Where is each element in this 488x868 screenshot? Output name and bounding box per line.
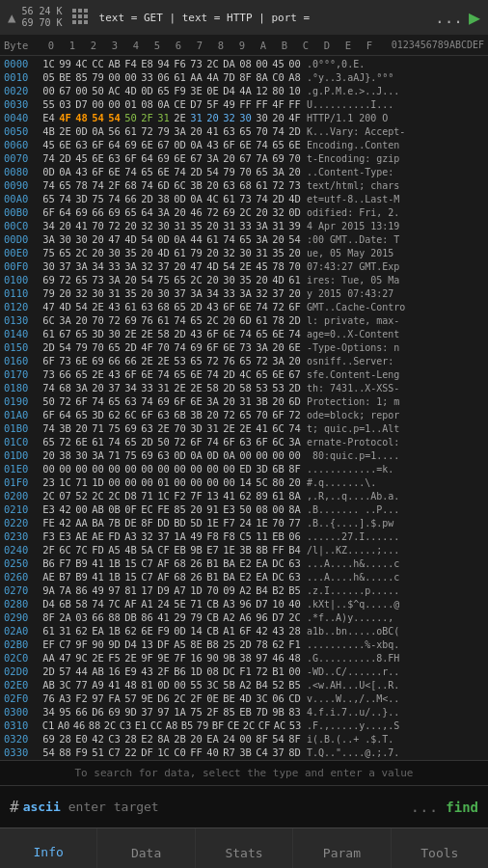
table-row[interactable]: 02A0613162EA1B626EF90D14CBA16F424328a1b.… [0,624,488,637]
table-row[interactable]: 02709A7A8649978117D9A71D7009A2B4B2B5.z.I… [0,583,488,597]
table-row[interactable]: 00504B2E0D0A566172793A2041636570742DK...… [0,124,488,138]
table-row[interactable]: 0210E34200AB0B0FECFE852091E35008008A.B..… [0,502,488,516]
table-row[interactable]: 02D02D5744AB16E9432FB61D08DCF172B100-WD.… [0,665,488,678]
search-input[interactable] [68,800,411,814]
hex-byte: 20 [139,247,155,258]
hex-byte: 79 [41,287,57,299]
table-row[interactable]: 0120474D542E43616368652D436F6E74726FGMT.… [0,300,488,313]
hex-byte: 2C [188,274,204,285]
table-row[interactable]: 01107920323031352030373A34333A323720y 20… [0,286,488,300]
hex-byte: 67 [57,328,73,339]
hex-byte: 20 [188,125,204,137]
hex-byte: 2E [172,382,188,393]
table-row[interactable]: 01B0743B20717569632E703D312E2E416C74t; q… [0,421,488,435]
play-button[interactable]: ▶ [469,6,480,29]
table-row[interactable]: 0060456E636F64696E670D0A436F6E74656EEnco… [0,138,488,151]
table-row[interactable]: 02908F2A036688DB86412979CBA2A696D72C.*f.… [0,610,488,624]
table-row[interactable]: 0100697265733A205475652C203035204D61ires… [0,273,488,286]
hex-byte: 20 [221,314,237,326]
table-row[interactable]: 00D03A303020474D540D0A446174653A2054:00 … [0,232,488,246]
table-row[interactable]: 0070742D456E636F64696E673A20677A6970t-En… [0,151,488,165]
hex-byte: 35 [270,247,286,258]
table-row[interactable]: 00001C994CCCABF4E894F6732CDA08004500.0⁰⁰… [0,57,488,70]
table-row[interactable]: 00C0342041707220323031352031333A31394 Ap… [0,219,488,232]
hex-byte: 00 [237,449,254,461]
hex-byte: 3D [188,422,204,434]
table-row[interactable]: 00800D0A436F6E74656E742D547970653A20..Co… [0,165,488,178]
table-row[interactable]: 001005BE85790000330661AA4A7D8F8AC0A8.⁰y.… [0,70,488,84]
hex-byte: 63 [286,571,303,583]
table-row[interactable]: 0040E44F485454502F312E3120323030204FHTTP… [0,111,488,124]
table-row[interactable]: 01A06F64653D626C6F636B3B207265706F72ode=… [0,408,488,421]
table-row[interactable]: 0310C1A046882CC3E1CCA8B579BFCE2CCFAC53.F… [0,719,488,732]
hex-byte: 81 [139,679,155,691]
table-row[interactable]: 02002C07522C2CD8711CF27F13416289618A,.R,… [0,489,488,502]
table-row[interactable]: 00E075652C203035204D6179203230313520ue, … [0,246,488,259]
row-bytes: F3E3AEAEFDA332371A49F8F8C511EB06 [41,530,303,542]
table-row[interactable]: 02F076A3F297FA579ED62C2F0EBE4D3C06CDv...… [0,692,488,705]
table-row[interactable]: 00A065743D7574662D380D0A4C6173742D4Det=u… [0,192,488,205]
table-row[interactable]: 018074683A20373433312E2E582D5853532Dth: … [0,381,488,394]
table-row[interactable]: 01E0000000000000000000000000ED3D6B8F....… [0,462,488,475]
more-button[interactable]: ... [435,9,463,27]
row-bytes: 6C3A20707269766174652C206D61782D [41,314,303,326]
table-row[interactable]: 02E0AB3C77A94148810D00553C5BA2B452B5.<w.… [0,678,488,692]
table-row[interactable]: 00F030373A34333A323720474D542E45787007:4… [0,259,488,273]
table-row[interactable]: 03305488F951C722DF1CC0FF40R73BC4378DT.Q.… [0,746,488,759]
table-row[interactable]: 0230F3E3AEAEFDA332371A49F8F8C511EB06....… [0,529,488,543]
table-row[interactable]: 03206928E042C328E28A2B20EA24008F548Fi(.B… [0,732,488,746]
hex-byte: 0D [41,166,57,177]
table-row[interactable]: 01D02038303A717569630D0A0D0A00000000 80:… [0,448,488,462]
table-row[interactable]: 0280D46B58747CAFA1245E71CBA396D71040.kXt… [0,597,488,610]
hex-byte: 6F [122,368,139,380]
grid-icon[interactable] [72,9,90,26]
table-row[interactable]: 02C0AA479C2EF52E9F9E7F16909B38974648.G..… [0,651,488,665]
hex-byte: 35 [122,247,139,258]
hex-byte: 68 [122,179,139,191]
table-row[interactable]: 00B06F6469666965643A204672692C20320Dodif… [0,205,488,219]
table-row[interactable]: 01606F736E6966662E2E5365727665723A20osni… [0,354,488,367]
hex-byte: 65 [41,193,57,204]
table-row[interactable]: 00305503D7000001080ACED75F49FFFF4FFFU...… [0,97,488,111]
hex-byte: 37 [270,746,286,758]
table-row[interactable]: 019050726F74656374696F6E3A20313B206DProt… [0,394,488,408]
hex-byte: 1C [57,476,73,488]
nav-item-data[interactable]: Data [97,828,195,868]
hex-byte: 3D [90,328,106,339]
row-address: 0070 [4,152,41,164]
table-row[interactable]: 01306C3A20707269766174652C206D61782Dl: p… [0,313,488,327]
table-row[interactable]: 01406167653D302E2E582D436F6E74656E74age=… [0,327,488,340]
nav-item-stats[interactable]: Stats [196,828,293,868]
table-row[interactable]: 01707366652E436F6E74656E742D4C656E67sfe.… [0,367,488,381]
table-row[interactable]: 01C065726E6174652D50726F746F636F6C3Aerna… [0,435,488,448]
nav-item-param[interactable]: Param [293,828,391,868]
hex-byte: 63 [221,179,237,191]
hex-byte: 12 [254,85,270,96]
table-row[interactable]: 01F0231C711D0000000100000000145C8020#.q.… [0,475,488,489]
table-row[interactable]: 01502D547970652D4F7074696F6E733A206E-Typ… [0,340,488,354]
table-row[interactable]: 02B0EFC79F909DD413DFA58EB8252D7862F1....… [0,637,488,651]
hex-byte: 6E [188,368,204,380]
nav-item-tools[interactable]: Tools [392,828,488,868]
hex-byte: D7 [188,98,204,110]
hex-byte: 32 [270,206,286,218]
table-row[interactable]: 0250B6F7B9411B15C7AF6826B1BAE2EADC63...A… [0,556,488,570]
table-row[interactable]: 0300349566D6699D37971A752F85EB7D9B834.f.… [0,705,488,719]
more-options-icon[interactable]: ... [410,798,438,816]
hex-byte: 6E [57,139,73,150]
hex-col-header: 2 [83,40,104,51]
table-row[interactable]: 02402F6C7CFDA54B5ACFEB9BE71E3B8BFFB4/l|.… [0,543,488,556]
table-row[interactable]: 0260AEB7B9411B15C7AF6826B1BAE2EADC63...A… [0,570,488,583]
hex-byte: 2C [204,58,221,69]
hex-byte: 65 [106,341,122,353]
hex-byte: 1D [188,665,204,677]
find-button[interactable]: find [446,800,478,815]
table-row[interactable]: 0090746578742F68746D6C3B206368617273text… [0,178,488,192]
hex-byte: 6E [90,152,106,164]
hex-content[interactable]: 00001C994CCCABF4E894F6732CDA08004500.0⁰⁰… [0,56,488,760]
nav-item-info[interactable]: Info [0,828,97,868]
table-row[interactable]: 0220FE42AABA7BDE8FDDBD5D1EF7241E7077.B..… [0,516,488,529]
table-row[interactable]: 002000670050AC4D0D65F93E0ED44A128010.g.P… [0,84,488,97]
hex-byte: 0D [172,139,188,150]
hex-byte: 67 [286,368,303,380]
